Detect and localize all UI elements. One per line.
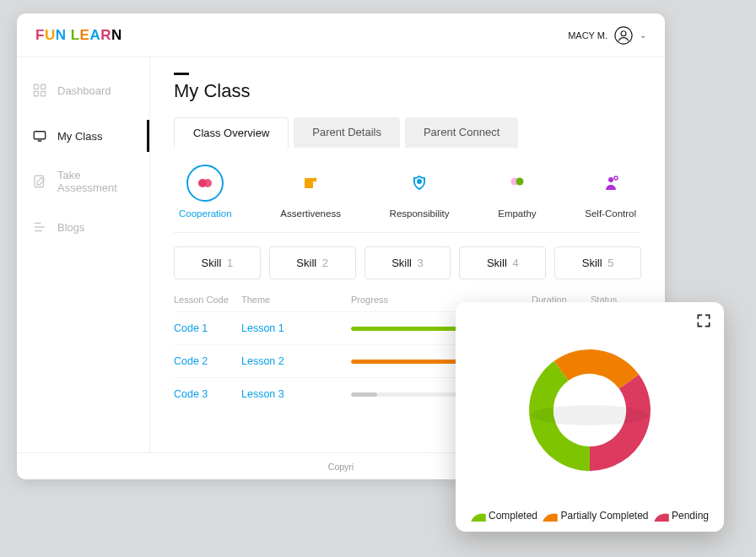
- competency-label: Cooperation: [179, 208, 232, 219]
- sidebar-item-label: Dashboard: [57, 84, 111, 97]
- lesson-theme-link[interactable]: Lesson 1: [241, 322, 351, 334]
- svg-point-11: [313, 178, 317, 182]
- blogs-icon: [32, 219, 47, 235]
- legend-pending: Pending: [654, 510, 709, 522]
- svg-point-9: [203, 179, 212, 187]
- user-label: MACY M.: [568, 30, 608, 41]
- cooperation-icon: [195, 173, 215, 193]
- sidebar-item-label: Blogs: [57, 221, 85, 234]
- sidebar-item-blogs[interactable]: Blogs: [17, 204, 149, 250]
- progress-bar: [351, 360, 469, 364]
- page-title: My Class: [174, 80, 641, 102]
- skill-3[interactable]: Skill 3: [364, 246, 451, 279]
- competencies-row: Cooperation Assertiveness Responsibility…: [174, 160, 641, 233]
- competency-label: Assertiveness: [280, 208, 341, 219]
- assessment-icon: [32, 174, 47, 189]
- chevron-down-icon: ⌄: [640, 30, 646, 40]
- logo: FUN LEARN: [35, 27, 122, 44]
- legend-completed: Completed: [471, 510, 537, 522]
- class-icon: [32, 128, 47, 143]
- progress-bar: [351, 392, 469, 397]
- sidebar-item-my-class[interactable]: My Class: [17, 113, 149, 159]
- empathy-icon: [507, 173, 527, 193]
- col-theme: Theme: [241, 295, 351, 305]
- svg-rect-10: [305, 178, 313, 188]
- competency-self-control[interactable]: Self-Control: [585, 165, 636, 219]
- svg-point-14: [516, 178, 523, 186]
- skill-4[interactable]: Skill 4: [459, 246, 546, 279]
- competency-label: Responsibility: [390, 208, 450, 219]
- lesson-code-link[interactable]: Code 2: [174, 355, 241, 367]
- dashboard-icon: [32, 83, 47, 98]
- donut-chart: [471, 316, 709, 505]
- topbar: FUN LEARN MACY M. ⌄: [17, 14, 665, 57]
- svg-point-1: [621, 30, 626, 35]
- svg-point-17: [531, 405, 649, 425]
- col-code: Lesson Code: [174, 295, 241, 305]
- swatch-icon: [543, 510, 558, 522]
- competency-label: Empathy: [498, 208, 536, 219]
- chart-card: Completed Partially Completed Pending: [456, 302, 724, 532]
- lesson-theme-link[interactable]: Lesson 2: [241, 355, 351, 367]
- lesson-code-link[interactable]: Code 3: [174, 388, 241, 400]
- svg-rect-6: [34, 132, 46, 139]
- svg-point-15: [608, 177, 613, 182]
- accent-bar: [174, 73, 189, 75]
- tab-class-overview[interactable]: Class Overview: [174, 117, 289, 148]
- sidebar: Dashboard My Class Take Assessment Blogs: [17, 57, 150, 452]
- competency-empathy[interactable]: Empathy: [498, 165, 536, 219]
- tabs: Class Overview Parent Details Parent Con…: [174, 117, 641, 148]
- skill-1[interactable]: Skill 1: [174, 246, 261, 279]
- chart-legend: Completed Partially Completed Pending: [471, 510, 709, 522]
- legend-partial: Partially Completed: [543, 510, 648, 522]
- sidebar-item-label: Take Assessment: [57, 169, 134, 194]
- competency-label: Self-Control: [585, 208, 636, 219]
- progress-bar: [351, 327, 469, 331]
- sidebar-item-take-assessment[interactable]: Take Assessment: [17, 159, 149, 204]
- svg-rect-4: [34, 92, 38, 96]
- self-control-icon: [601, 173, 621, 193]
- competency-assertiveness[interactable]: Assertiveness: [280, 165, 341, 219]
- tab-parent-connect[interactable]: Parent Connect: [405, 117, 518, 148]
- assertiveness-icon: [300, 173, 321, 193]
- swatch-icon: [654, 510, 669, 522]
- lesson-theme-link[interactable]: Lesson 3: [241, 388, 351, 400]
- responsibility-icon: [409, 173, 429, 193]
- user-menu[interactable]: MACY M. ⌄: [568, 26, 646, 45]
- swatch-icon: [471, 510, 486, 522]
- lesson-code-link[interactable]: Code 1: [174, 322, 241, 334]
- expand-icon[interactable]: [695, 312, 712, 329]
- footer-text: Copyri: [328, 462, 354, 472]
- svg-point-12: [418, 180, 421, 183]
- skill-2[interactable]: Skill 2: [269, 246, 356, 279]
- skill-5[interactable]: Skill 5: [554, 246, 641, 279]
- avatar-icon: [614, 26, 633, 45]
- competency-cooperation[interactable]: Cooperation: [179, 165, 232, 219]
- skills-row: Skill 1 Skill 2 Skill 3 Skill 4 Skill 5: [174, 246, 641, 279]
- svg-rect-3: [41, 84, 46, 89]
- sidebar-item-label: My Class: [57, 130, 102, 143]
- tab-parent-details[interactable]: Parent Details: [294, 117, 400, 148]
- svg-rect-5: [41, 92, 46, 96]
- svg-point-16: [614, 176, 618, 180]
- svg-point-0: [615, 26, 632, 43]
- competency-responsibility[interactable]: Responsibility: [390, 165, 450, 219]
- sidebar-item-dashboard[interactable]: Dashboard: [17, 68, 149, 113]
- svg-rect-2: [34, 84, 38, 89]
